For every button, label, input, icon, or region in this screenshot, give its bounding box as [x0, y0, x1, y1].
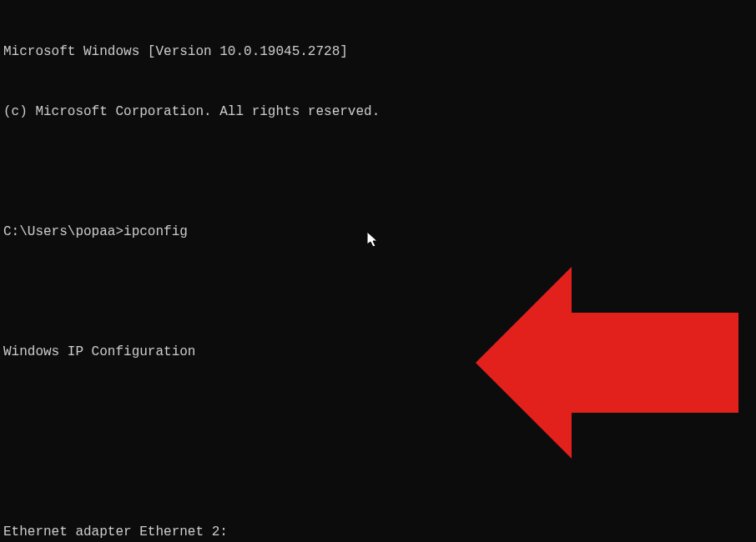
- copyright-line: (c) Microsoft Corporation. All rights re…: [3, 102, 753, 122]
- version-line: Microsoft Windows [Version 10.0.19045.27…: [3, 42, 753, 62]
- ipconfig-title: Windows IP Configuration: [3, 342, 753, 362]
- terminal-output[interactable]: Microsoft Windows [Version 10.0.19045.27…: [3, 2, 753, 542]
- adapter-title: Ethernet adapter Ethernet 2:: [3, 522, 753, 542]
- prompt-path: C:\Users\popaa>: [3, 224, 123, 239]
- command-entered: ipconfig: [123, 224, 188, 239]
